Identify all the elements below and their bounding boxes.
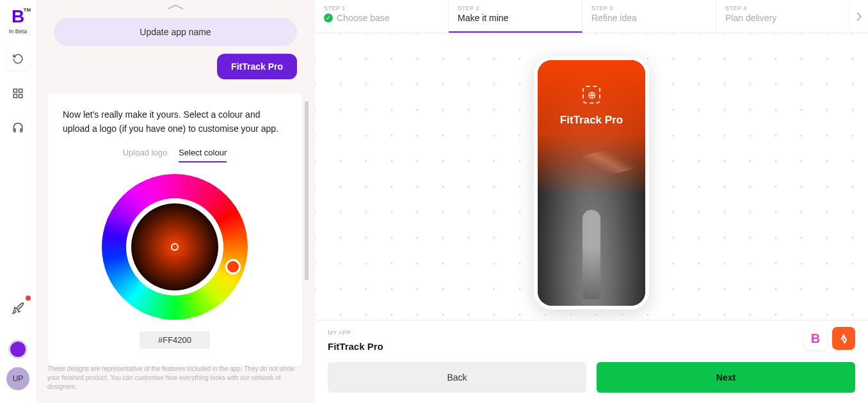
plus-icon: ⊕ [588,89,596,101]
phone-preview: ⊕ FitTrack Pro [534,56,649,310]
disclaimer-text: These designs are representative of the … [47,365,300,391]
rocket-icon [12,302,24,315]
color-wheel[interactable] [102,174,248,320]
phone-screen: ⊕ FitTrack Pro [538,60,645,306]
saturation-indicator-icon[interactable] [171,243,179,251]
grid-icon [12,88,24,99]
left-sidebar: B TM In Beta UP [0,0,36,403]
chat-panel: Update app name FitTrack Pro Now let's r… [36,0,315,403]
launch-button[interactable] [6,297,29,320]
tab-select-colour[interactable]: Select colour [179,148,227,162]
tab-upload-logo[interactable]: Upload logo [123,148,167,162]
user-avatar[interactable]: UP [6,367,29,390]
chevron-up-icon [166,4,184,10]
strava-icon [838,333,849,344]
avatar-initials: UP [13,374,24,383]
hue-indicator-icon[interactable] [225,259,241,274]
svg-rect-3 [19,95,22,98]
check-icon: ✓ [324,13,333,22]
undo-icon [12,53,24,65]
builder-app-icon[interactable]: B [804,327,827,350]
strava-app-icon[interactable] [832,327,855,350]
stepper-next-button[interactable] [850,0,868,33]
apps-button[interactable] [6,82,29,105]
brand-logo-letter: B [12,6,24,26]
preview-canvas[interactable]: ⊕ FitTrack Pro [315,33,868,320]
bottom-bar: B MY APP FitTrack Pro Back Next [315,320,868,403]
step-4-plan-delivery[interactable]: STEP 4 Plan delivery [716,0,850,33]
card-intro-text: Now let's really make it yours. Select a… [63,107,287,136]
step-1-choose-base[interactable]: STEP 1 ✓ Choose base [315,0,449,33]
customize-card: Now let's really make it yours. Select a… [47,93,302,367]
chevron-right-icon [856,12,862,22]
notification-dot-icon [26,296,31,301]
step-3-refine-idea[interactable]: STEP 3 Refine idea [583,0,716,33]
chat-scrollbar[interactable] [305,101,309,280]
back-button[interactable]: Back [328,362,586,393]
brand-logo: B TM [12,8,24,26]
app-name-message: FitTrack Pro [217,54,297,79]
headset-icon [12,122,24,134]
stepper: STEP 1 ✓ Choose base STEP 2 Make it mine… [315,0,868,33]
next-button[interactable]: Next [597,362,855,393]
customize-tabs: Upload logo Select colour [63,148,287,162]
undo-button[interactable] [6,47,29,70]
phone-app-title: FitTrack Pro [538,114,645,127]
collapse-handle[interactable] [36,0,315,14]
bottom-app-title: FitTrack Pro [328,341,855,352]
hex-color-input[interactable] [140,331,210,349]
theme-color-button[interactable] [10,342,26,357]
update-app-name-button[interactable]: Update app name [54,18,297,46]
trademark-label: TM [24,8,31,13]
svg-rect-1 [19,89,22,92]
main-area: STEP 1 ✓ Choose base STEP 2 Make it mine… [315,0,868,403]
svg-rect-0 [13,89,17,92]
upload-logo-placeholder[interactable]: ⊕ [583,86,600,104]
svg-rect-2 [13,95,17,98]
beta-label: In Beta [9,28,28,35]
support-button[interactable] [6,116,29,139]
saturation-circle[interactable] [131,203,218,290]
b-logo-icon: B [811,331,820,346]
myapp-label: MY APP [328,329,855,336]
step-2-make-it-mine[interactable]: STEP 2 Make it mine [449,0,583,33]
